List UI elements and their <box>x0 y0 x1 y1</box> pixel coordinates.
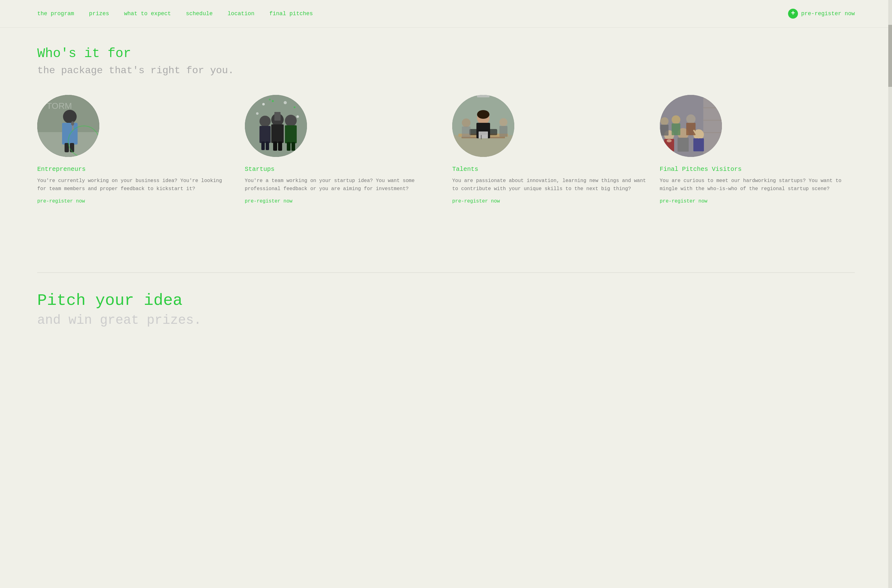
card-image-final-pitches <box>660 95 722 157</box>
svg-rect-20 <box>259 126 271 143</box>
bottom-title: Pitch your idea <box>37 291 855 310</box>
svg-point-17 <box>296 116 299 118</box>
svg-rect-22 <box>266 141 269 150</box>
card-link-startups[interactable]: pre-register now <box>245 198 440 204</box>
bottom-subtitle: and win great prizes. <box>37 313 855 328</box>
svg-rect-31 <box>292 142 295 151</box>
card-image-entrepreneurs: TORM <box>37 95 99 157</box>
card-description-startups: You're a team working on your startup id… <box>245 177 440 193</box>
scrollbar[interactable] <box>888 0 892 588</box>
scrollbar-thumb[interactable] <box>888 25 892 87</box>
card-link-entrepreneurs[interactable]: pre-register now <box>37 198 232 204</box>
svg-rect-30 <box>287 142 290 151</box>
svg-point-65 <box>686 114 695 124</box>
nav-links: the program prizes what to expect schedu… <box>37 10 313 17</box>
section-subtitle: the package that's right for you. <box>37 65 855 76</box>
section-divider <box>37 272 855 273</box>
card-entrepreneurs: TORM Entrepreneurs You're currently work… <box>37 95 232 204</box>
svg-point-39 <box>477 110 489 119</box>
svg-point-14 <box>284 101 287 104</box>
svg-point-16 <box>256 112 259 115</box>
card-link-final-pitches[interactable]: pre-register now <box>660 198 855 204</box>
card-startups: Startups You're a team working on your s… <box>245 95 440 204</box>
svg-rect-51 <box>703 98 722 154</box>
svg-rect-42 <box>462 126 471 137</box>
svg-rect-52 <box>703 107 722 108</box>
card-category-talents: Talents <box>452 166 647 173</box>
svg-point-61 <box>660 117 669 125</box>
pre-register-button[interactable]: + pre-register now <box>788 9 855 19</box>
svg-point-63 <box>672 116 680 124</box>
svg-point-8 <box>71 121 74 126</box>
svg-point-15 <box>293 106 295 108</box>
svg-rect-25 <box>273 141 277 151</box>
card-description-talents: You are passionate about innovation, lea… <box>452 177 647 193</box>
card-talents: Talents You are passionate about innovat… <box>452 95 647 204</box>
svg-rect-47 <box>480 134 487 134</box>
svg-point-3 <box>63 110 77 123</box>
cards-grid: TORM Entrepreneurs You're currently work… <box>37 95 855 204</box>
svg-rect-33 <box>452 135 514 157</box>
svg-point-28 <box>285 115 297 126</box>
svg-point-43 <box>499 118 507 126</box>
section-title: Who's it for <box>37 46 855 61</box>
nav-link-schedule[interactable]: schedule <box>186 10 213 17</box>
svg-point-13 <box>272 100 274 102</box>
nav-link-final-pitches[interactable]: final pitches <box>269 10 313 17</box>
svg-rect-60 <box>693 138 704 152</box>
card-image-startups <box>245 95 307 157</box>
card-description-entrepreneurs: You're currently working on your busines… <box>37 177 232 193</box>
svg-rect-27 <box>274 112 281 121</box>
svg-rect-62 <box>660 124 669 135</box>
svg-rect-44 <box>499 126 507 137</box>
card-image-talents <box>452 95 514 157</box>
bottom-section: Pitch your idea and win great prizes. <box>0 254 892 340</box>
svg-point-12 <box>262 103 265 105</box>
svg-text:TORM: TORM <box>47 101 72 111</box>
svg-rect-21 <box>261 141 265 150</box>
svg-rect-29 <box>285 125 297 143</box>
svg-point-18 <box>269 99 271 100</box>
card-final-pitches: Final Pitches Visitors You are curious t… <box>660 95 855 204</box>
svg-point-19 <box>259 116 271 127</box>
svg-rect-66 <box>686 123 695 135</box>
pre-register-label: pre-register now <box>801 10 855 17</box>
card-link-talents[interactable]: pre-register now <box>452 198 647 204</box>
plus-icon: + <box>788 9 798 19</box>
svg-rect-54 <box>703 132 722 133</box>
card-category-entrepreneurs: Entrepreneurs <box>37 166 232 173</box>
card-category-final-pitches: Final Pitches Visitors <box>660 166 855 173</box>
card-category-startups: Startups <box>245 166 440 173</box>
svg-point-41 <box>462 118 471 127</box>
nav-link-what-to-expect[interactable]: what to expect <box>124 10 171 17</box>
navigation: the program prizes what to expect schedu… <box>0 0 892 28</box>
main-content: Who's it for the package that's right fo… <box>0 28 892 254</box>
svg-rect-48 <box>481 135 482 139</box>
svg-point-67 <box>667 139 672 142</box>
nav-link-prizes[interactable]: prizes <box>89 10 109 17</box>
svg-rect-53 <box>703 120 722 121</box>
card-description-final-pitches: You are curious to meet our hardworking … <box>660 177 855 193</box>
whos-it-for-section: Who's it for the package that's right fo… <box>37 46 855 204</box>
nav-link-program[interactable]: the program <box>37 10 74 17</box>
svg-rect-46 <box>480 132 487 133</box>
svg-rect-24 <box>271 124 284 143</box>
svg-rect-58 <box>677 138 689 152</box>
svg-rect-64 <box>672 123 680 135</box>
svg-rect-36 <box>477 95 489 98</box>
svg-rect-26 <box>278 141 282 151</box>
nav-link-location[interactable]: location <box>227 10 254 17</box>
